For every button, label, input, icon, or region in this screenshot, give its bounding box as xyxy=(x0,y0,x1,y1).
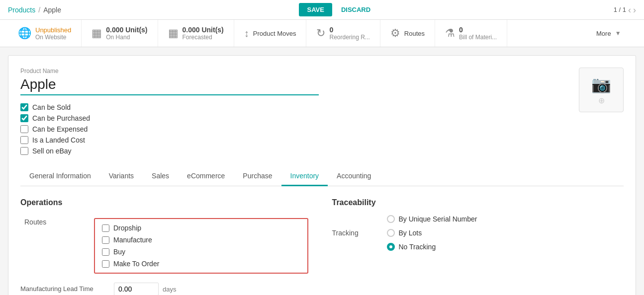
routes-options-cell: Dropship Manufacture Buy xyxy=(90,215,312,277)
operations-table: Routes Dropship Manufacture xyxy=(20,215,312,277)
product-image[interactable]: 📷 ⊕ xyxy=(579,68,624,112)
lots-radio[interactable] xyxy=(387,229,395,237)
tracking-options: By Unique Serial Number By Lots No Track… xyxy=(387,215,477,251)
product-name-input[interactable] xyxy=(20,76,319,95)
tracking-lots[interactable]: By Lots xyxy=(387,229,477,237)
can-be-expensed-checkbox[interactable] xyxy=(20,125,28,133)
is-landed-cost-checkbox[interactable] xyxy=(20,136,28,144)
serial-label: By Unique Serial Number xyxy=(399,215,477,223)
is-landed-cost-label: Is a Landed Cost xyxy=(32,136,85,144)
tab-sales[interactable]: Sales xyxy=(143,167,178,186)
checkbox-can-be-purchased: Can be Purchased xyxy=(20,114,319,122)
save-button[interactable]: SAVE xyxy=(299,3,332,16)
routes-row: Routes Dropship Manufacture xyxy=(20,215,312,277)
buy-checkbox[interactable] xyxy=(102,248,109,256)
make-to-order-checkbox[interactable] xyxy=(102,260,109,268)
reordering-value: 0 xyxy=(329,26,333,34)
manufacture-checkbox[interactable] xyxy=(102,236,109,244)
checkbox-is-landed-cost: Is a Landed Cost xyxy=(20,136,319,144)
tracking-row: Tracking By Unique Serial Number By Lots xyxy=(332,215,624,251)
make-to-order-label: Make To Order xyxy=(113,260,159,268)
forecasted-sublabel: Forecasted xyxy=(183,34,212,41)
product-checkboxes: Can be Sold Can be Purchased Can be Expe… xyxy=(20,103,319,155)
reordering-sublabel: Reordering R... xyxy=(329,34,369,41)
can-be-sold-checkbox[interactable] xyxy=(20,103,28,111)
smart-btn-website[interactable]: 🌐 Unpublished On Website xyxy=(8,20,82,47)
operations-title: Operations xyxy=(20,198,312,207)
breadcrumb-separator: / xyxy=(38,6,40,14)
main-content: Product Name Can be Sold Can be Purchase… xyxy=(8,55,636,295)
gear-icon: ⚙ xyxy=(390,27,400,40)
breadcrumb-current: Apple xyxy=(43,6,61,14)
traceability-title: Traceability xyxy=(332,198,624,207)
routes-box: Dropship Manufacture Buy xyxy=(94,218,308,274)
inventory-columns: Operations Routes Dropship xyxy=(20,198,624,295)
pagination-label: 1 / 1 xyxy=(614,6,626,13)
product-header: Product Name Can be Sold Can be Purchase… xyxy=(20,68,624,155)
breadcrumb-parent[interactable]: Products xyxy=(8,6,35,14)
lots-label: By Lots xyxy=(399,229,422,237)
dropship-checkbox[interactable] xyxy=(102,224,109,232)
route-buy: Buy xyxy=(102,248,300,256)
flask-icon: ⚗ xyxy=(445,27,455,40)
website-sublabel: On Website xyxy=(35,34,66,41)
inventory-tab-content: Operations Routes Dropship xyxy=(20,186,624,295)
top-actions: SAVE DISCARD xyxy=(299,3,375,16)
can-be-purchased-checkbox[interactable] xyxy=(20,114,28,122)
can-be-expensed-label: Can be Expensed xyxy=(32,125,88,133)
breadcrumb: Products / Apple xyxy=(8,6,61,14)
can-be-sold-label: Can be Sold xyxy=(32,103,71,111)
product-tabs: General Information Variants Sales eComm… xyxy=(20,167,624,186)
no-tracking-label: No Tracking xyxy=(399,243,436,251)
checkbox-can-be-sold: Can be Sold xyxy=(20,103,319,111)
routes-label: Routes xyxy=(404,30,425,37)
tab-variants[interactable]: Variants xyxy=(100,167,143,186)
route-manufacture: Manufacture xyxy=(102,236,300,244)
routes-field-key: Routes xyxy=(20,215,90,277)
refresh-icon: ↻ xyxy=(316,27,325,40)
smart-btn-on-hand[interactable]: ▦ 0.000 Unit(s) On Hand xyxy=(82,20,158,47)
tab-purchase[interactable]: Purchase xyxy=(234,167,281,186)
tracking-label: Tracking xyxy=(332,229,382,237)
tracking-serial[interactable]: By Unique Serial Number xyxy=(387,215,477,223)
product-moves-label: Product Moves xyxy=(253,30,296,37)
route-make-to-order: Make To Order xyxy=(102,260,300,268)
sell-on-ebay-label: Sell on eBay xyxy=(32,147,72,155)
sell-on-ebay-checkbox[interactable] xyxy=(20,147,28,155)
smart-btn-routes[interactable]: ⚙ Routes xyxy=(380,20,435,47)
smart-btn-more[interactable]: More ▼ xyxy=(586,20,636,47)
tab-ecommerce[interactable]: eCommerce xyxy=(178,167,234,186)
smart-btn-forecasted[interactable]: ▦ 0.000 Unit(s) Forecasted xyxy=(158,20,234,47)
chevron-down-icon: ▼ xyxy=(615,30,621,37)
tab-general-information[interactable]: General Information xyxy=(20,167,100,186)
arrows-icon: ↕ xyxy=(244,28,249,39)
smart-btn-bom[interactable]: ⚗ 0 Bill of Materi... xyxy=(435,20,507,47)
no-tracking-radio[interactable] xyxy=(387,243,395,251)
bom-value: 0 xyxy=(459,26,463,34)
mfg-lead-time-label: Manufacturing Lead Time xyxy=(20,285,110,294)
traceability-column: Traceability Tracking By Unique Serial N… xyxy=(332,198,624,295)
product-name-label: Product Name xyxy=(20,68,319,74)
tab-accounting[interactable]: Accounting xyxy=(328,167,380,186)
pagination-prev[interactable]: ‹ xyxy=(628,5,631,14)
can-be-purchased-label: Can be Purchased xyxy=(32,114,90,122)
mfg-lead-time-unit: days xyxy=(163,286,176,293)
serial-radio[interactable] xyxy=(387,215,395,223)
mfg-lead-time-row: Manufacturing Lead Time days xyxy=(20,283,312,295)
pagination: 1 / 1 ‹ › xyxy=(614,5,636,14)
on-hand-sublabel: On Hand xyxy=(106,34,130,41)
tab-inventory[interactable]: Inventory xyxy=(281,167,328,186)
forecasted-value: 0.000 Unit(s) xyxy=(183,26,224,34)
add-image-icon: ⊕ xyxy=(598,96,605,105)
pagination-next[interactable]: › xyxy=(633,5,636,14)
tracking-none[interactable]: No Tracking xyxy=(387,243,477,251)
checkbox-can-be-expensed: Can be Expensed xyxy=(20,125,319,133)
buy-label: Buy xyxy=(113,248,125,256)
grid-icon-onhand: ▦ xyxy=(92,27,102,40)
discard-button[interactable]: DISCARD xyxy=(336,3,375,16)
grid-icon-forecasted: ▦ xyxy=(168,27,179,40)
smart-btn-product-moves[interactable]: ↕ Product Moves xyxy=(234,20,307,47)
camera-icon: 📷 xyxy=(591,75,611,94)
smart-btn-reordering[interactable]: ↻ 0 Reordering R... xyxy=(306,20,380,47)
mfg-lead-time-input[interactable] xyxy=(114,283,159,295)
